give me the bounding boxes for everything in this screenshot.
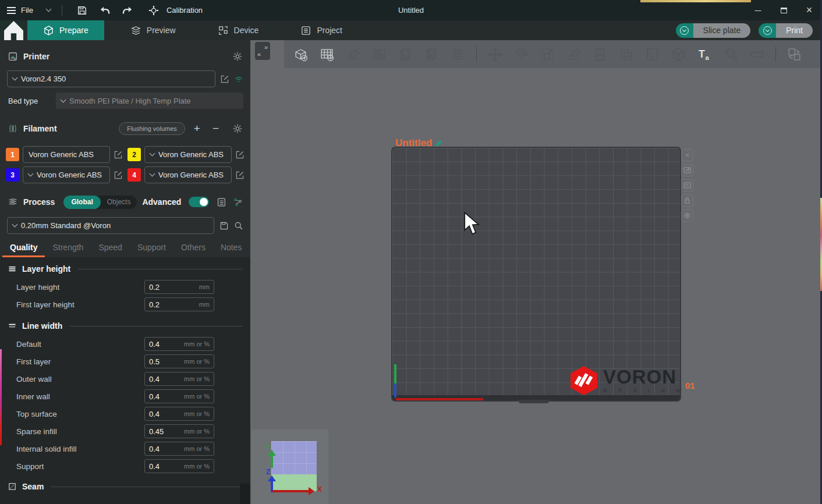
filament-spool-icon (8, 123, 18, 134)
redo-button[interactable] (119, 3, 136, 18)
add-filament-button[interactable]: + (190, 122, 204, 135)
filament-select-3[interactable]: Voron Generic ABS (23, 166, 110, 183)
save-preset-icon[interactable] (219, 221, 229, 230)
mini-overview[interactable]: Y Z X (251, 430, 328, 504)
tab-device[interactable]: Device (202, 20, 275, 40)
hamburger-menu-icon[interactable] (7, 7, 16, 14)
home-button[interactable] (0, 20, 27, 40)
file-menu[interactable]: File (21, 6, 33, 15)
maximize-button[interactable] (771, 0, 796, 20)
variable-layer-height-button[interactable] (639, 41, 665, 67)
file-menu-chevron-icon[interactable] (46, 6, 52, 12)
line-width-support-input[interactable]: 0.4 mm or % (144, 459, 214, 473)
line-width-first-layer-input[interactable]: 0.5 mm or % (144, 354, 214, 368)
tab-speed[interactable]: Speed (91, 243, 129, 257)
tab-notes[interactable]: Notes (213, 243, 250, 257)
undo-button[interactable] (96, 3, 114, 18)
arrange-button[interactable] (366, 41, 392, 67)
tab-strength[interactable]: Strength (45, 243, 91, 257)
calibration-icon[interactable] (145, 3, 162, 18)
minimize-button[interactable]: ─ (745, 0, 771, 20)
filament-settings-gear-icon[interactable] (232, 123, 243, 134)
printer-settings-gear-icon[interactable] (232, 51, 243, 62)
edit-filament-icon[interactable] (114, 171, 123, 180)
move-button[interactable] (482, 41, 508, 67)
plate-arrange-icon[interactable] (681, 179, 693, 191)
first-layer-height-input[interactable]: 0.2 mm (144, 297, 214, 311)
collapse-sidebar-button[interactable]: »« (255, 42, 270, 60)
split-to-objects-button[interactable] (587, 41, 613, 67)
add-object-button[interactable] (288, 41, 314, 67)
process-profile-select[interactable]: 0.20mm Standard @Voron (7, 217, 214, 234)
line-width-internal-solid-infill-input[interactable]: 0.4 mm or % (144, 442, 214, 456)
tab-others[interactable]: Others (173, 243, 213, 257)
line-width-sparse-infill-input[interactable]: 0.45 mm or % (144, 424, 214, 438)
sidebar: Printer Voron2.4 350 Bed type Smooth PEI… (0, 40, 250, 504)
slice-plate-button[interactable]: Slice plate (676, 23, 751, 38)
filament-select-2[interactable]: Voron Generic ABS (144, 146, 232, 163)
calibration-menu[interactable]: Calibration (166, 6, 203, 15)
add-plate-button[interactable] (314, 41, 340, 67)
setting-row: Internal solid infill 0.4 mm or % (0, 440, 250, 457)
print-options-chevron-icon[interactable] (759, 23, 776, 38)
flushing-volumes-button[interactable]: Flushing volumes (119, 122, 185, 135)
edit-filament-icon[interactable] (114, 150, 123, 159)
scope-objects-button[interactable]: Objects (101, 198, 137, 206)
auto-orient-button[interactable] (340, 41, 366, 67)
close-button[interactable]: × (796, 0, 822, 20)
layers-button[interactable] (445, 41, 471, 67)
search-settings-icon[interactable] (234, 221, 243, 230)
color-painting-button[interactable] (718, 41, 744, 67)
mesh-boolean-button[interactable] (665, 41, 692, 67)
edit-filament-icon[interactable] (235, 171, 245, 180)
lock-plate-icon[interactable] (681, 194, 693, 207)
filament-color-swatch[interactable]: 4 (127, 168, 141, 182)
copy-button[interactable]: 0 (392, 41, 419, 67)
layer-height-input[interactable]: 0.2 mm (144, 280, 214, 294)
filament-color-swatch[interactable]: 3 (6, 168, 19, 182)
tab-quality[interactable]: Quality (2, 243, 45, 257)
line-width-outer-wall-input[interactable]: 0.4 mm or % (144, 372, 214, 386)
chevron-down-icon (28, 171, 34, 177)
settings-scrollbar-track[interactable] (240, 484, 250, 504)
mouse-cursor (463, 212, 480, 236)
wifi-icon[interactable] (234, 74, 243, 84)
rotate-button[interactable] (508, 41, 534, 67)
filament-color-swatch[interactable]: 1 (6, 148, 19, 161)
rename-plate-pencil-icon[interactable] (435, 139, 443, 147)
printer-select[interactable]: Voron2.4 350 (7, 70, 215, 87)
plate-settings-icon[interactable] (681, 210, 693, 222)
edit-filament-icon[interactable] (235, 150, 245, 159)
paste-button[interactable]: P (419, 41, 445, 67)
tab-support[interactable]: Support (130, 243, 173, 257)
filament-select-4[interactable]: Voron Generic ABS (144, 166, 232, 183)
assembly-view-button[interactable] (781, 41, 807, 67)
scope-global-button[interactable]: Global (63, 196, 100, 209)
advanced-toggle[interactable] (189, 197, 209, 207)
print-button[interactable]: Print (759, 23, 813, 38)
delete-plate-icon[interactable]: × (681, 149, 693, 161)
tab-project[interactable]: Project (285, 20, 358, 40)
plate-preview-icon[interactable] (681, 164, 693, 176)
slice-options-chevron-icon[interactable] (676, 23, 693, 38)
save-button[interactable] (73, 3, 91, 18)
line-width-inner-wall-input[interactable]: 0.4 mm or % (144, 389, 214, 403)
compare-presets-icon[interactable] (233, 197, 243, 207)
bed-type-select[interactable]: Smooth PEI Plate / High Temp Plate (56, 93, 243, 109)
lay-on-face-button[interactable] (561, 41, 587, 67)
build-plate[interactable] (391, 147, 681, 402)
setting-list-icon[interactable] (217, 197, 226, 207)
measure-button[interactable] (744, 41, 770, 67)
split-to-parts-button[interactable] (613, 41, 639, 67)
viewport-3d[interactable]: »« 0 P Ta Untitled (250, 40, 822, 504)
tab-prepare[interactable]: Prepare (27, 20, 104, 40)
line-width-default-input[interactable]: 0.4 mm or % (144, 337, 214, 351)
edit-printer-icon[interactable] (220, 74, 229, 84)
tab-preview[interactable]: Preview (115, 20, 192, 40)
line-width-top-surface-input[interactable]: 0.4 mm or % (144, 407, 214, 421)
scale-button[interactable] (534, 41, 561, 67)
text-tool-button[interactable]: Ta (692, 41, 718, 67)
remove-filament-button[interactable]: − (209, 122, 222, 135)
filament-color-swatch[interactable]: 2 (127, 148, 141, 161)
filament-select-1[interactable]: Voron Generic ABS (23, 146, 110, 163)
